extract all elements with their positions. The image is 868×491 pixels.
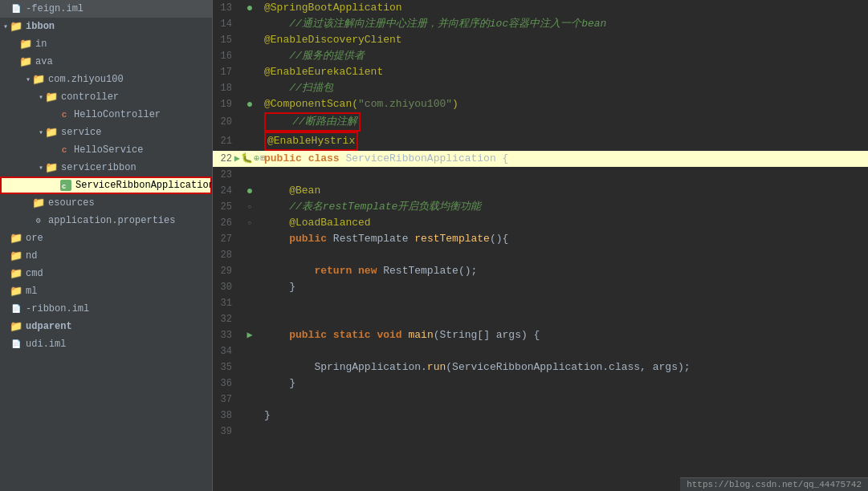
code-line: 34 <box>213 343 868 359</box>
folder-icon: 📁 <box>10 267 22 280</box>
tree-label: ml <box>26 286 37 297</box>
folder-icon: 📁 <box>10 20 22 33</box>
code-line: 19●@ComponentScan("com.zhiyou100") <box>213 96 868 112</box>
line-code-text: } <box>261 408 868 424</box>
line-number: 23 <box>213 167 238 183</box>
line-number: 16 <box>213 48 238 64</box>
line-number: 19 <box>213 96 238 112</box>
sidebar-item-controller[interactable]: ▾📁controller <box>0 88 212 106</box>
line-gutter[interactable]: ● <box>238 183 261 199</box>
folder-icon: 📁 <box>32 73 45 86</box>
line-number: 29 <box>213 263 238 279</box>
line-number: 35 <box>213 359 238 375</box>
line-code-text: //表名restTemplate开启负载均衡功能 <box>261 199 868 215</box>
line-gutter[interactable]: ◦ <box>238 199 261 215</box>
line-number: 14 <box>213 16 238 32</box>
sidebar-item-ore[interactable]: ▾📁ore <box>0 229 212 247</box>
line-number: 25 <box>213 199 238 215</box>
sidebar-item-zhiyou100[interactable]: ▾📁com.zhiyou100 <box>0 71 212 88</box>
sidebar-item-feign-iml[interactable]: ▾📄-feign.iml <box>0 0 212 18</box>
sidebar-item-in[interactable]: ▾📁in <box>0 35 212 53</box>
line-number: 18 <box>213 80 238 96</box>
line-gutter[interactable]: ● <box>238 96 261 112</box>
line-code-text: //扫描包 <box>261 80 868 96</box>
sidebar-item-hello-service[interactable]: ▾cHelloService <box>0 141 212 159</box>
tree-label: ore <box>26 233 43 244</box>
debug-icon[interactable]: 🐛 <box>241 151 253 167</box>
line-number: 36 <box>213 375 238 392</box>
tree-arrow[interactable]: ▾ <box>3 22 8 31</box>
tree-label: udparent <box>26 321 72 332</box>
line-number: 32 <box>213 311 238 327</box>
line-code-text: @SpringBootApplication <box>261 0 868 16</box>
line-code-text: @EnableDiscoveryClient <box>261 32 868 48</box>
tree-label: serviceribbon <box>61 162 137 173</box>
code-line: 29 return new RestTemplate(); <box>213 263 868 279</box>
code-line: 39 <box>213 424 868 440</box>
tree-arrow[interactable]: ▾ <box>26 75 31 84</box>
folder-icon: 📁 <box>10 285 22 298</box>
line-gutter[interactable]: ◦ <box>238 215 261 231</box>
sidebar-item-nd[interactable]: ▾📁nd <box>0 247 212 265</box>
code-line: 33▶ public static void main(String[] arg… <box>213 327 868 343</box>
tree-label: in <box>35 39 47 50</box>
tree-label: nd <box>26 250 37 262</box>
debug-dot-icon[interactable]: ● <box>247 183 253 199</box>
folder-icon: 📁 <box>45 161 58 174</box>
code-line: 17@EnableEurekaClient <box>213 64 868 80</box>
sidebar-item-application-prop[interactable]: ▾⚙application.properties <box>0 212 212 229</box>
sidebar-item-ml[interactable]: ▾📁ml <box>0 282 212 300</box>
line-code-text: SpringApplication.run(ServiceRibbonAppli… <box>261 359 868 375</box>
code-line: 36 } <box>213 375 868 392</box>
line-code-text: public class ServiceRibbonApplication { <box>261 151 868 167</box>
line-number: 33 <box>213 327 238 343</box>
debug-dot-icon[interactable]: ● <box>247 0 253 16</box>
code-line: 31 <box>213 295 868 311</box>
line-gutter[interactable]: ▶ 🐛 ⊕ ⊞ <box>238 151 261 167</box>
sidebar-item-cmd[interactable]: ▾📁cmd <box>0 265 212 282</box>
tree-label: ava <box>35 56 53 67</box>
tree-arrow[interactable]: ▾ <box>39 128 43 137</box>
line-gutter[interactable]: ● <box>238 0 261 16</box>
line-number: 24 <box>213 183 238 199</box>
fold-icon[interactable]: ◦ <box>247 199 253 215</box>
file-tree[interactable]: ▾📄-feign.iml▾📁ibbon▾📁in▾📁ava▾📁com.zhiyou… <box>0 0 213 491</box>
sidebar-item-service[interactable]: ▾📁service <box>0 124 212 141</box>
tree-label: controller <box>61 91 119 103</box>
tree-label: HelloController <box>74 109 161 120</box>
sidebar-item-ibbon[interactable]: ▾📁ibbon <box>0 18 212 35</box>
run-icon[interactable]: ▶ <box>234 151 240 167</box>
extra-icon[interactable]: ⊞ <box>260 151 265 167</box>
tree-arrow[interactable]: ▾ <box>39 92 43 102</box>
folder-icon: 📁 <box>10 320 22 333</box>
prop-icon: ⚙ <box>32 214 45 227</box>
iml-icon: 📄 <box>10 2 22 15</box>
code-line: 21@EnableHystrix <box>213 132 868 151</box>
code-line: 13●@SpringBootApplication <box>213 0 868 16</box>
app-icon: c <box>59 179 72 192</box>
tree-label: com.zhiyou100 <box>48 74 124 85</box>
sidebar-item-udparent[interactable]: ▾📁udparent <box>0 318 212 335</box>
sidebar-item-java-folder[interactable]: ▾📁ava <box>0 53 212 71</box>
folder-icon: 📁 <box>32 197 45 209</box>
folder-icon: 📁 <box>10 232 22 245</box>
line-number: 37 <box>213 392 238 408</box>
code-line: 38} <box>213 408 868 424</box>
sidebar-item-udi-iml[interactable]: ▾📄udi.iml <box>0 335 212 353</box>
sidebar-item-service-ribbon-app[interactable]: ▾ c ServiceRibbonApplication <box>0 177 212 194</box>
sidebar-item-resources[interactable]: ▾📁esources <box>0 194 212 212</box>
fold-icon[interactable]: ◦ <box>247 215 253 231</box>
sidebar-item-hello-controller[interactable]: ▾cHelloController <box>0 106 212 124</box>
run-play-icon[interactable]: ▶ <box>247 327 252 343</box>
tree-arrow[interactable]: ▾ <box>39 163 43 172</box>
sidebar-item-serviceribbon[interactable]: ▾📁serviceribbon <box>0 159 212 177</box>
line-gutter[interactable]: ▶ <box>238 327 261 343</box>
line-code-text: //服务的提供者 <box>261 48 868 64</box>
sidebar-item-ribbon-iml[interactable]: ▾📄-ribbon.iml <box>0 300 212 318</box>
tree-label: udi.iml <box>26 339 66 350</box>
code-line: 30 } <box>213 279 868 295</box>
line-number: 39 <box>213 424 238 440</box>
line-number: 26 <box>213 215 238 231</box>
debug-dot-icon[interactable]: ● <box>247 96 253 112</box>
coverage-icon[interactable]: ⊕ <box>254 151 259 167</box>
